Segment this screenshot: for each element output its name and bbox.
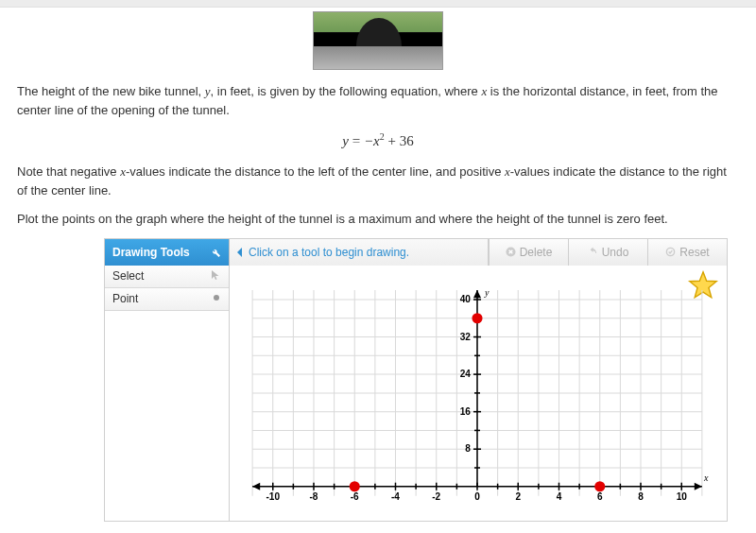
svg-text:6: 6: [597, 491, 603, 502]
eq-lhs: y: [342, 133, 349, 148]
svg-text:-2: -2: [432, 491, 440, 502]
hint-text: Click on a tool to begin drawing.: [249, 246, 409, 259]
graph-panel[interactable]: -10-8-6-4-20246810816243240xy: [230, 266, 727, 521]
drawing-tools-header: Drawing Tools: [105, 239, 230, 266]
hint-bar: Click on a tool to begin drawing.: [230, 239, 489, 266]
tool-point-label: Point: [112, 292, 138, 305]
svg-text:40: 40: [460, 294, 472, 304]
svg-text:-4: -4: [391, 491, 400, 502]
svg-text:2: 2: [515, 491, 521, 502]
tool-point[interactable]: Point: [105, 288, 229, 311]
text: -values indicate the distance to the lef…: [126, 164, 505, 179]
window-top-bar: [0, 0, 756, 8]
svg-text:8: 8: [465, 443, 471, 454]
delete-icon: [506, 247, 516, 257]
eq-rhs1: −x: [364, 133, 380, 148]
svg-text:24: 24: [460, 369, 472, 379]
cursor-icon: [210, 269, 221, 284]
undo-button[interactable]: Undo: [568, 239, 647, 266]
graph-widget: Drawing Tools Click on a tool to begin d…: [104, 238, 728, 522]
delete-button[interactable]: Delete: [489, 239, 568, 266]
undo-icon: [588, 247, 598, 257]
note-paragraph: Note that negative x-values indicate the…: [17, 163, 739, 200]
svg-text:10: 10: [677, 491, 688, 502]
tool-select-label: Select: [112, 269, 144, 283]
text: Note that negative: [17, 164, 120, 179]
reset-label: Reset: [679, 246, 709, 259]
caret-left-icon: [235, 248, 245, 257]
eq-eq: =: [349, 133, 364, 148]
drawing-tools-label: Drawing Tools: [112, 246, 190, 259]
eq-rhs2: + 36: [385, 133, 414, 148]
coordinate-grid[interactable]: -10-8-6-4-20246810816243240xy: [239, 284, 715, 515]
reset-icon: [665, 247, 676, 257]
svg-text:y: y: [484, 287, 490, 298]
reset-button[interactable]: Reset: [647, 239, 727, 266]
svg-text:x: x: [703, 473, 709, 483]
delete-label: Delete: [520, 246, 553, 259]
svg-text:4: 4: [557, 491, 562, 502]
svg-text:-10: -10: [266, 491, 280, 502]
svg-text:8: 8: [638, 491, 644, 502]
tunnel-image: [313, 11, 443, 70]
svg-point-90: [472, 313, 482, 323]
task-paragraph: Plot the points on the graph where the h…: [17, 210, 739, 229]
svg-text:16: 16: [460, 406, 472, 417]
svg-point-88: [350, 481, 360, 491]
text: The height of the new bike tunnel,: [17, 84, 205, 98]
tool-select[interactable]: Select: [105, 266, 229, 288]
equation: y = −x2 + 36: [17, 129, 739, 152]
tunnel-image-wrap: [0, 8, 756, 78]
svg-point-2: [214, 295, 219, 301]
problem-text: The height of the new bike tunnel, y, in…: [0, 82, 756, 229]
tool-list: Select Point: [105, 266, 230, 521]
text: , in feet, is given by the following equ…: [211, 84, 482, 98]
intro-paragraph: The height of the new bike tunnel, y, in…: [17, 82, 739, 120]
svg-text:32: 32: [460, 332, 472, 342]
point-icon: [212, 292, 221, 305]
svg-point-89: [594, 481, 605, 491]
svg-text:-8: -8: [310, 491, 318, 502]
svg-text:0: 0: [474, 491, 480, 502]
undo-label: Undo: [602, 246, 629, 259]
wrench-icon[interactable]: [210, 247, 221, 258]
svg-text:-6: -6: [351, 491, 359, 502]
toolbar: Drawing Tools Click on a tool to begin d…: [105, 239, 727, 266]
